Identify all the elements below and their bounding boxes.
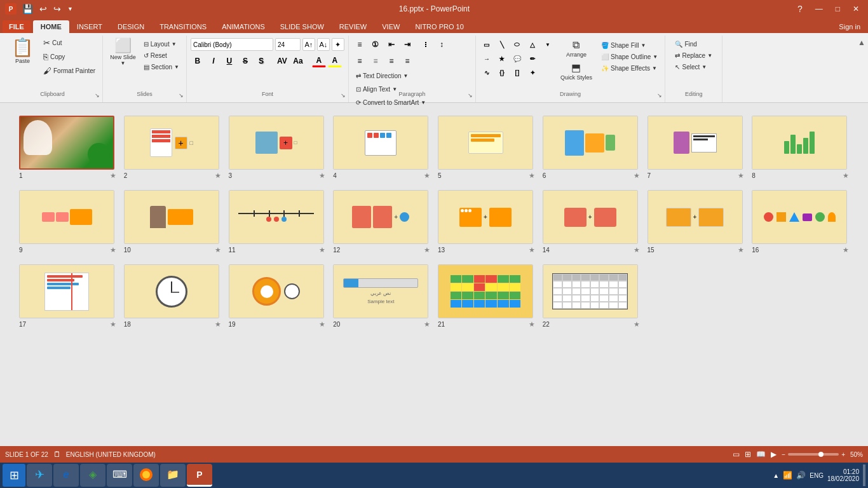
copy-button[interactable]: ⎘ Copy: [40, 51, 98, 63]
paragraph-expand[interactable]: ↘: [468, 92, 473, 98]
shape-rect-btn[interactable]: ▭: [480, 38, 494, 51]
shape-freeform-btn[interactable]: ✏: [526, 52, 539, 65]
taskbar-powerpoint[interactable]: P: [187, 464, 212, 487]
slide-item-20[interactable]: نص عربي Sample text 20★: [333, 264, 430, 329]
taskbar-firefox[interactable]: [133, 464, 159, 487]
align-left-btn[interactable]: ≡: [353, 55, 367, 67]
slide-item-8[interactable]: 8★: [752, 116, 849, 180]
taskbar-telegram[interactable]: ✈: [27, 464, 52, 487]
slide-item-3[interactable]: + □ 3★: [229, 116, 326, 180]
layout-button[interactable]: ⊟ Layout ▼: [140, 39, 182, 49]
font-expand[interactable]: ↘: [341, 92, 346, 98]
slide-sorter-btn[interactable]: ⊞: [745, 450, 751, 459]
font-size-input[interactable]: [275, 38, 301, 51]
zoom-level[interactable]: 50%: [850, 451, 863, 458]
decrease-indent-btn[interactable]: ⇤: [384, 38, 398, 51]
taskbar-app3[interactable]: ◈: [80, 464, 105, 487]
paste-button[interactable]: 📋 Paste: [6, 37, 39, 66]
format-painter-button[interactable]: 🖌 Format Painter: [40, 65, 98, 77]
shape-line-btn[interactable]: ╲: [495, 38, 509, 51]
slide-item-6[interactable]: 6★: [543, 116, 640, 180]
show-desktop-btn[interactable]: [863, 464, 865, 486]
font-size-increase-btn[interactable]: A↑: [302, 38, 315, 51]
shape-bracket-btn[interactable]: []: [510, 66, 524, 79]
change-case-btn[interactable]: Aa: [291, 55, 305, 67]
replace-btn[interactable]: ⇄ Replace ▼: [672, 51, 715, 60]
align-right-btn[interactable]: ≡: [384, 55, 398, 67]
start-button[interactable]: ⊞: [3, 464, 25, 487]
reset-button[interactable]: ↺ Reset: [140, 51, 182, 60]
notes-icon[interactable]: 🗒: [53, 450, 61, 459]
tab-review[interactable]: REVIEW: [332, 20, 374, 33]
slides-expand[interactable]: ↘: [179, 92, 184, 98]
slide-item-16[interactable]: 16★: [752, 190, 849, 254]
clipboard-expand[interactable]: ↘: [95, 92, 100, 98]
bold-btn[interactable]: B: [191, 55, 205, 67]
tab-nitro[interactable]: NITRO PRO 10: [407, 20, 471, 33]
slide-item-1[interactable]: 1★: [19, 116, 116, 180]
drawing-expand[interactable]: ↘: [657, 92, 662, 98]
tab-animations[interactable]: ANIMATIONS: [214, 20, 273, 33]
slide-item-22[interactable]: 22★: [543, 264, 640, 329]
arrange-btn[interactable]: ⧉ Arrange: [557, 38, 595, 60]
slide-item-5[interactable]: 5★: [438, 116, 535, 180]
tab-file[interactable]: FILE: [3, 20, 31, 33]
strikethrough-btn[interactable]: S: [238, 55, 252, 67]
numbering-btn[interactable]: ①: [369, 38, 383, 51]
justify-btn[interactable]: ≡: [400, 55, 414, 67]
minimize-btn[interactable]: —: [811, 3, 827, 15]
slide-item-12[interactable]: + 12★: [333, 190, 430, 254]
shape-outline-btn[interactable]: ⬜ Shape Outline ▼: [598, 52, 661, 62]
slideshow-btn[interactable]: ▶: [771, 450, 776, 459]
sign-in-btn[interactable]: Sign in: [831, 20, 868, 33]
close-btn[interactable]: ✕: [849, 3, 863, 15]
slide-item-4[interactable]: 4★: [333, 116, 430, 180]
shape-custom-btn[interactable]: ✦: [526, 66, 539, 79]
save-btn[interactable]: 💾: [20, 3, 35, 15]
shape-tri-btn[interactable]: △: [526, 38, 539, 51]
tab-insert[interactable]: INSERT: [69, 20, 110, 33]
shape-star-btn[interactable]: ★: [495, 52, 509, 65]
italic-btn[interactable]: I: [207, 55, 220, 67]
collapse-ribbon-btn[interactable]: ▲: [858, 38, 865, 47]
shape-oval-btn[interactable]: ⬭: [510, 38, 524, 51]
char-spacing-btn[interactable]: AV: [275, 55, 289, 67]
cut-button[interactable]: ✂ Cut: [40, 37, 98, 49]
tab-home[interactable]: HOME: [33, 20, 69, 33]
sys-tray-arrow[interactable]: ▲: [773, 472, 779, 479]
taskbar-ie[interactable]: e: [53, 464, 79, 487]
section-button[interactable]: ▤ Section ▼: [140, 62, 182, 72]
slide-item-21[interactable]: 21★: [438, 264, 535, 329]
new-slide-button[interactable]: ⬜ New Slide ▼: [107, 37, 139, 68]
slide-item-9[interactable]: 9★: [19, 190, 116, 254]
shape-arrow-btn[interactable]: →: [480, 52, 494, 65]
convert-smartart-btn[interactable]: ⟳ Convert to SmartArt ▼: [353, 98, 429, 107]
slide-item-18[interactable]: 18★: [124, 264, 221, 329]
select-btn[interactable]: ↖ Select ▼: [672, 62, 715, 72]
shape-more-btn[interactable]: ▼: [541, 38, 555, 51]
shadow-btn[interactable]: S: [254, 55, 268, 67]
slide-item-15[interactable]: + 15★: [648, 190, 745, 254]
taskbar-keyboard[interactable]: ⌨: [107, 464, 132, 487]
tab-view[interactable]: VIEW: [374, 20, 407, 33]
font-size-decrease-btn[interactable]: A↓: [317, 38, 330, 51]
customize-qa-btn[interactable]: ▼: [65, 4, 75, 13]
slide-item-13[interactable]: + 13★: [438, 190, 535, 254]
slide-item-17[interactable]: 17★: [19, 264, 116, 329]
slide-item-11[interactable]: 11★: [229, 190, 326, 254]
font-name-input[interactable]: [191, 38, 273, 51]
quick-styles-btn[interactable]: ⬒ Quick Styles: [557, 61, 595, 83]
tab-slideshow[interactable]: SLIDE SHOW: [273, 20, 332, 33]
slide-item-7[interactable]: 7★: [648, 116, 745, 180]
shape-brace-btn[interactable]: {}: [495, 66, 509, 79]
maximize-btn[interactable]: □: [832, 3, 844, 15]
bullets-btn[interactable]: ≡: [353, 38, 367, 51]
text-highlight-btn[interactable]: A: [328, 55, 342, 67]
taskbar-explorer[interactable]: 📁: [160, 464, 186, 487]
slide-panel[interactable]: 1★ + □ 2★ + □ 3★ 4★ 5★ 6★ 7★: [0, 103, 868, 446]
text-direction-btn[interactable]: ⇄ Text Direction ▼: [353, 71, 412, 81]
zoom-out-icon[interactable]: −: [782, 451, 785, 458]
zoom-in-icon[interactable]: +: [841, 451, 845, 458]
shape-fill-btn[interactable]: 🪣 Shape Fill ▼: [598, 41, 661, 50]
slide-item-14[interactable]: + 14★: [543, 190, 640, 254]
